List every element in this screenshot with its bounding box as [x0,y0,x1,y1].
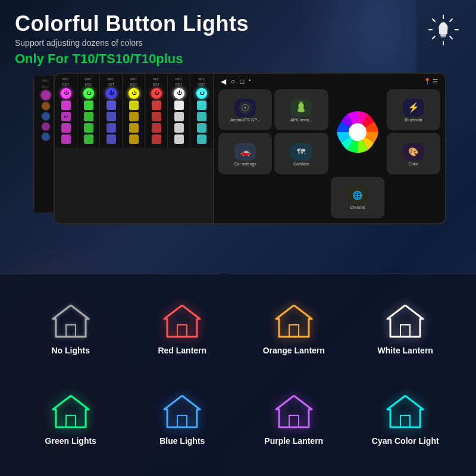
orange-lantern-label: Orange Lantern [263,346,325,355]
header-row: Colorful Button Lights Support adjusting… [15,12,461,67]
app-car-settings[interactable]: 🚗 Car settings [218,133,272,174]
blue-lights-label: Blue Lights [159,436,205,446]
svg-rect-8 [440,35,446,36]
bulb-icon [425,12,461,48]
svg-line-15 [301,102,303,103]
app-color-wheel[interactable] [331,89,384,174]
svg-line-4 [433,19,435,21]
app-androidts[interactable]: AndroidTS GP... [218,89,272,131]
svg-rect-20 [66,325,76,337]
light-item-blue-lights[interactable]: Blue Lights [130,377,236,461]
svg-rect-26 [289,415,299,427]
nav-icons: ◀○□▪ [221,77,250,86]
light-item-no-lights[interactable]: No Lights [18,286,124,371]
lights-panel: No Lights Red Lantern Orange Lantern Whi… [0,274,476,476]
main-content: Colorful Button Lights Support adjusting… [0,0,476,239]
no-lights-label: No Lights [51,346,90,355]
app-grid: AndroidTS GP... APK Insta... [216,87,443,221]
light-item-green-lights[interactable]: Green Lights [18,377,124,461]
android-bar: ◀○□▪ 📍 ☰ [216,76,443,87]
app-apk[interactable]: APK Insta... [274,89,328,131]
light-item-red-lantern[interactable]: Red Lantern [130,286,236,371]
svg-rect-25 [177,415,187,427]
page-title: Colorful Button Lights [15,12,249,36]
svg-rect-21 [177,325,187,337]
light-item-white-lantern[interactable]: White Lantern [353,286,459,371]
light-item-cyan-color-light[interactable]: Cyan Color Light [353,377,459,461]
model-tag: Only For T10/TS10/T10plus [15,51,249,67]
svg-rect-23 [400,325,410,337]
svg-line-7 [450,36,452,39]
app-chrome[interactable]: 🌐 Chrome [331,177,384,218]
app-bluetooth[interactable]: ⚡ Bluetooth [387,89,440,131]
svg-rect-22 [289,325,299,337]
svg-rect-16 [298,108,305,112]
purple-lantern-label: Purple Lantern [264,436,323,446]
red-lantern-label: Red Lantern [158,346,206,355]
svg-point-12 [244,107,246,109]
light-item-purple-lantern[interactable]: Purple Lantern [241,377,347,461]
screen-area: ◀○□▪ 📍 ☰ AndroidTS GP... [214,74,445,223]
app-carmate[interactable]: 🗺 CarMate [274,133,328,174]
green-lights-label: Green Lights [45,436,96,446]
svg-rect-27 [400,415,410,427]
tablet-main: MIC RST ⏻ ↩ MIC RST ⏻ [54,73,446,224]
status-icons: 📍 ☰ [424,78,438,84]
svg-line-6 [433,36,435,39]
svg-line-5 [450,19,452,21]
app-color[interactable]: 🎨 Color [387,133,440,174]
tablet-section: MIC RST MIC [15,73,461,239]
svg-line-14 [300,102,302,103]
page-subtitle: Support adjusting dozens of colors [15,38,249,48]
title-section: Colorful Button Lights Support adjusting… [15,12,249,67]
cyan-color-light-label: Cyan Color Light [372,436,439,446]
tablet-stack: MIC RST MIC [36,73,440,233]
white-lantern-label: White Lantern [378,346,433,355]
svg-point-19 [350,125,365,139]
svg-rect-9 [441,36,446,37]
light-item-orange-lantern[interactable]: Orange Lantern [241,286,347,371]
svg-rect-24 [66,415,76,427]
